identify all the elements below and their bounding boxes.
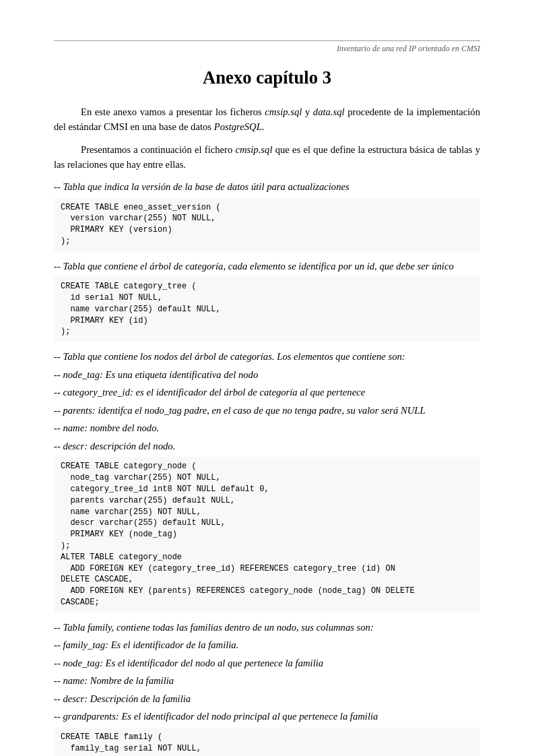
comment-section-3f: -- descr: descripción del nodo. [54, 439, 480, 453]
header-text: Inventario de una red IP orientado en CM… [54, 44, 480, 54]
comment-section-4d: -- name: Nombre de la familia [54, 674, 480, 688]
comment-section-3d: -- parents: identifca el nodo_tag padre,… [54, 404, 480, 418]
code-section-2: CREATE TABLE category_tree ( id serial N… [54, 277, 480, 342]
code-section-1: CREATE TABLE eneo_asset_version ( versio… [54, 198, 480, 251]
chapter-title: Anexo capítulo 3 [54, 67, 480, 88]
comment-section-4c: -- node_tag: Es el identificador del nod… [54, 656, 480, 670]
intro-paragraph-1: En este anexo vamos a presentar los fich… [54, 104, 480, 134]
page: Inventario de una red IP orientado en CM… [0, 0, 534, 756]
code-section-3: CREATE TABLE category_node ( node_tag va… [54, 457, 480, 612]
code-section-4: CREATE TABLE family ( family_tag serial … [54, 728, 480, 756]
comment-section-1: -- Tabla que indica la versión de la bas… [54, 180, 480, 194]
comment-section-3c: -- category_tree_id: es el identificador… [54, 385, 480, 400]
comment-section-3e: -- name: nombre del nodo. [54, 421, 480, 435]
intro-paragraph-2: Presentamos a continuación el fichero cm… [54, 142, 480, 172]
comment-section-2a: -- Tabla que contiene el árbol de catego… [54, 259, 480, 274]
comment-section-4e: -- descr: Descripción de la familia [54, 692, 480, 706]
comment-section-4a: -- Tabla family, contiene todas las fami… [54, 621, 480, 635]
header-divider [54, 40, 480, 41]
comment-section-3a: -- Tabla que contiene los nodos del árbo… [54, 350, 480, 364]
comment-section-3b: -- node_tag: Es una etiqueta identificat… [54, 368, 480, 382]
comment-section-4f: -- grandparents: Es el identificador del… [54, 710, 480, 724]
comment-section-4b: -- family_tag: Es el identificador de la… [54, 638, 480, 652]
